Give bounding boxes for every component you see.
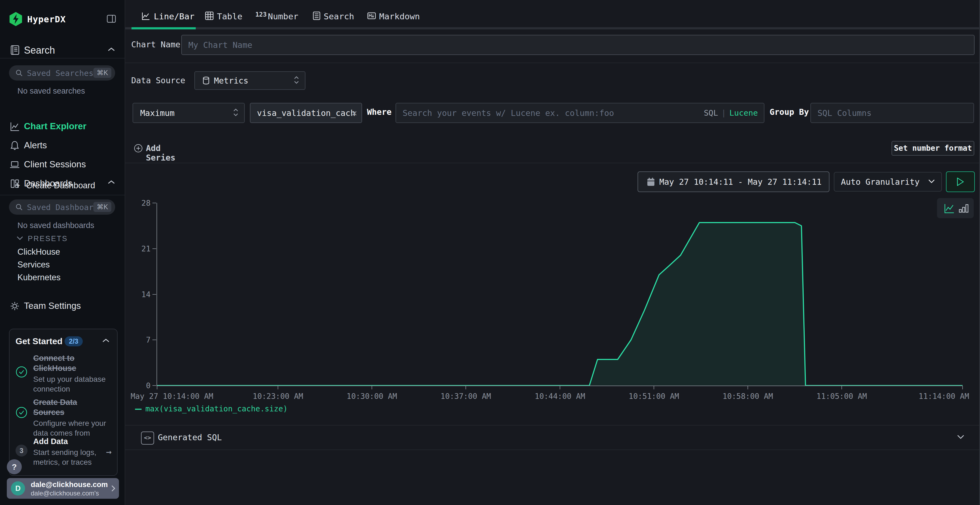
tab-label: Search bbox=[324, 11, 354, 21]
group-by-input[interactable]: SQL Columns bbox=[810, 103, 974, 123]
sidebar-item-label: Chart Explorer bbox=[24, 121, 86, 132]
saved-searches-placeholder: Saved Searches bbox=[27, 68, 93, 78]
step-number-badge: 3 bbox=[16, 445, 27, 457]
presets-toggle[interactable]: PRESETS bbox=[16, 235, 68, 243]
chevron-up-icon[interactable] bbox=[107, 47, 115, 53]
chart-name-input[interactable]: My Chart Name bbox=[181, 35, 975, 55]
help-button[interactable]: ? bbox=[7, 459, 22, 474]
x-tick-mark bbox=[560, 386, 560, 389]
database-icon bbox=[202, 76, 211, 86]
remove-metric-icon[interactable]: × bbox=[352, 108, 357, 118]
chevron-down-icon[interactable] bbox=[956, 434, 965, 441]
chevron-right-icon bbox=[110, 484, 116, 494]
granularity-select[interactable]: Auto Granularity bbox=[834, 172, 942, 192]
add-series-button[interactable]: Add Series bbox=[134, 143, 143, 153]
markdown-icon bbox=[367, 10, 377, 22]
saved-dashboards-input[interactable]: Saved Dashboards ⌘K bbox=[9, 199, 115, 215]
get-started-progress-badge: 2/3 bbox=[65, 336, 83, 346]
date-range-value: May 27 10:14:11 - May 27 11:14:11 bbox=[659, 177, 822, 187]
sidebar-item-alerts[interactable]: Alerts bbox=[0, 139, 125, 152]
get-started-step-1[interactable]: Connect to ClickHouse Set up your databa… bbox=[33, 353, 107, 394]
user-subtitle: dale@clickhouse.com's bbox=[31, 489, 99, 497]
date-range-picker[interactable]: May 27 10:14:11 - May 27 11:14:11 bbox=[638, 172, 829, 192]
123-icon: 123 bbox=[255, 11, 267, 18]
create-dashboard-label: Create Dashboard bbox=[26, 181, 95, 190]
plus-icon: + bbox=[15, 181, 20, 190]
sidebar-item-label: Alerts bbox=[24, 140, 47, 151]
metric-tag[interactable]: visa_validation_cach × bbox=[250, 103, 362, 123]
query-language-toggle: SQL|Lucene bbox=[704, 108, 758, 118]
get-started-step-3[interactable]: Add Data Start sending logs, metrics, or… bbox=[33, 437, 107, 467]
x-tick-mark bbox=[962, 386, 963, 389]
x-tick-mark bbox=[157, 386, 158, 389]
presets-label: PRESETS bbox=[28, 235, 68, 243]
chart-name-label: Chart Name bbox=[131, 40, 180, 49]
sidebar-section-search[interactable]: Search bbox=[0, 43, 125, 59]
preset-item-kubernetes[interactable]: Kubernetes bbox=[18, 273, 61, 283]
y-tick-label: 7 bbox=[130, 335, 151, 345]
search-icon bbox=[15, 69, 23, 78]
bell-icon bbox=[9, 140, 21, 152]
x-tick-label: 11:05:00 AM bbox=[816, 392, 867, 401]
series-line bbox=[157, 222, 963, 386]
divider bbox=[0, 58, 125, 59]
play-icon bbox=[956, 177, 964, 186]
user-menu[interactable]: D dale@clickhouse.com dale@clickhouse.co… bbox=[7, 478, 119, 499]
chevron-up-icon[interactable] bbox=[102, 338, 110, 345]
tab-search[interactable]: Search bbox=[312, 10, 350, 23]
set-number-format-button[interactable]: Set number format bbox=[891, 141, 974, 156]
x-tick-label: 10:37:00 AM bbox=[441, 392, 491, 401]
divider bbox=[0, 195, 125, 195]
hyperdx-logo-icon bbox=[8, 11, 24, 27]
code-icon: <> bbox=[141, 432, 154, 445]
sidebar-collapse-icon[interactable] bbox=[106, 14, 117, 24]
x-tick-label: 10:44:00 AM bbox=[535, 392, 585, 401]
tab-table[interactable]: Table bbox=[204, 10, 240, 23]
chart-legend[interactable]: max(visa_validation_cache.size) bbox=[135, 404, 288, 413]
metric-tag-label: visa_validation_cach bbox=[257, 108, 355, 118]
arrow-right-icon[interactable]: → bbox=[106, 446, 111, 457]
tab-markdown[interactable]: Markdown bbox=[367, 10, 416, 23]
lucene-toggle[interactable]: Lucene bbox=[729, 108, 758, 118]
y-axis-line bbox=[156, 203, 157, 386]
tab-number[interactable]: 123 Number bbox=[255, 10, 295, 23]
y-tick-mark bbox=[153, 248, 156, 249]
x-tick-label: 11:14:00 AM bbox=[919, 392, 969, 401]
get-started-step-2[interactable]: Create Data Sources Configure where your… bbox=[33, 397, 107, 438]
aggregation-value: Maximum bbox=[140, 108, 175, 118]
data-source-select[interactable]: Metrics bbox=[194, 71, 305, 90]
chevron-up-icon[interactable] bbox=[107, 179, 115, 186]
x-tick-label: 10:30:00 AM bbox=[347, 392, 397, 401]
generated-sql-row[interactable]: <> Generated SQL bbox=[125, 425, 980, 450]
chart-plot-area[interactable]: 07142128 May 27 10:14:00 AM10:23:00 AM10… bbox=[157, 203, 963, 386]
where-search-input[interactable]: Search your events w/ Lucene ex. column:… bbox=[396, 103, 764, 123]
list-document-icon bbox=[312, 10, 321, 22]
sidebar-item-team-settings[interactable]: Team Settings bbox=[0, 299, 125, 312]
toggle-separator: | bbox=[721, 108, 726, 118]
preset-item-clickhouse[interactable]: ClickHouse bbox=[18, 247, 60, 257]
chart-name-placeholder: My Chart Name bbox=[188, 40, 252, 50]
sidebar-item-client-sessions[interactable]: Client Sessions bbox=[0, 158, 125, 171]
x-tick-mark bbox=[372, 386, 372, 389]
y-tick-mark bbox=[153, 203, 156, 203]
run-query-button[interactable] bbox=[946, 172, 975, 192]
calendar-icon bbox=[646, 176, 656, 188]
shortcut-badge: ⌘K bbox=[93, 68, 111, 78]
create-dashboard-button[interactable]: +Create Dashboard bbox=[15, 181, 95, 191]
preset-item-services[interactable]: Services bbox=[18, 260, 50, 270]
x-tick-mark bbox=[466, 386, 466, 389]
sql-toggle[interactable]: SQL bbox=[704, 108, 718, 118]
y-tick-label: 14 bbox=[130, 290, 151, 299]
data-source-value: Metrics bbox=[214, 76, 248, 86]
select-chevrons-icon bbox=[293, 75, 299, 86]
sidebar-item-chart-explorer[interactable]: Chart Explorer bbox=[0, 120, 125, 133]
sidebar-search-label: Search bbox=[24, 44, 55, 56]
saved-searches-input[interactable]: Saved Searches ⌘K bbox=[9, 65, 115, 81]
chart-svg bbox=[157, 203, 963, 386]
tab-line-bar[interactable]: Line/Bar bbox=[141, 10, 205, 23]
aggregation-select[interactable]: Maximum bbox=[132, 103, 245, 123]
x-tick-label: 10:51:00 AM bbox=[628, 392, 679, 401]
gear-icon bbox=[9, 300, 21, 313]
legend-series-swatch bbox=[135, 409, 142, 410]
tab-label: Line/Bar bbox=[154, 11, 194, 21]
